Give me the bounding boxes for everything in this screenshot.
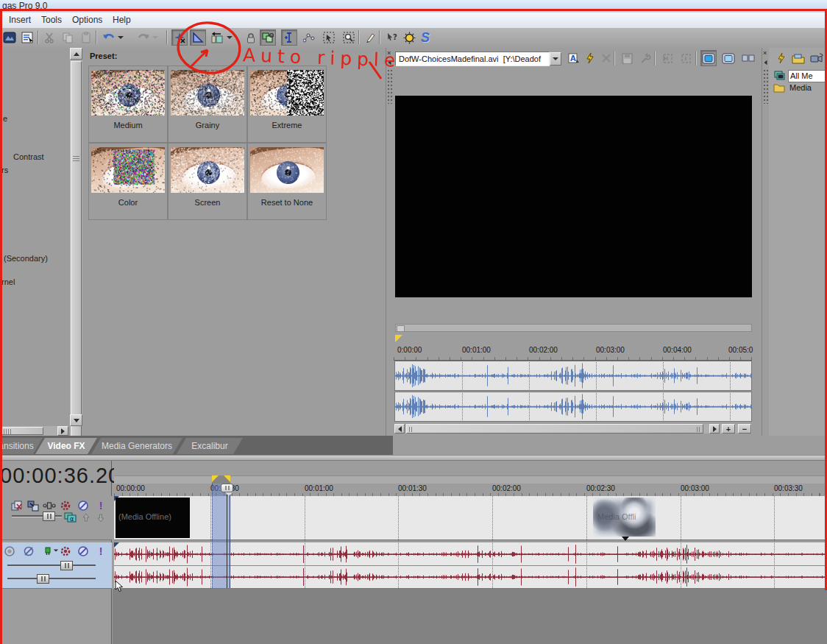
undo-button[interactable] <box>101 29 117 46</box>
external-monitor-button[interactable] <box>720 50 737 66</box>
next-frame-button[interactable] <box>678 50 694 66</box>
import-media-button[interactable] <box>790 50 806 66</box>
zoom-out-button[interactable]: − <box>738 424 751 434</box>
scroll-down-button[interactable] <box>70 414 82 426</box>
preset-medium[interactable]: Medium <box>88 66 168 143</box>
pan-slider[interactable] <box>7 578 96 580</box>
trimmer-in-marker[interactable] <box>395 335 402 342</box>
copy-button[interactable] <box>60 29 76 46</box>
automation-dropdown[interactable] <box>54 549 58 551</box>
redo-dropdown[interactable] <box>151 29 160 46</box>
hscroll-thumb[interactable] <box>1 427 43 435</box>
composite-level-handle[interactable] <box>43 512 55 521</box>
automation-settings-icon[interactable] <box>41 545 54 558</box>
mute-track-icon[interactable] <box>77 545 90 558</box>
edit-tool-button[interactable] <box>637 50 653 66</box>
sort-media-button[interactable]: A <box>565 50 581 66</box>
loop-region-bar[interactable] <box>212 475 230 484</box>
track-fx-icon[interactable] <box>59 545 72 558</box>
automation-settings-icon[interactable] <box>43 499 56 512</box>
solo-track-icon[interactable]: ! <box>94 545 107 558</box>
capture-video-button[interactable] <box>809 50 825 66</box>
project-properties-button[interactable] <box>20 29 36 46</box>
tab-media-generators[interactable]: Media Generators <box>91 438 182 454</box>
video-track-header[interactable]: ! α <box>0 496 112 540</box>
hscroll-right-button[interactable] <box>57 426 68 436</box>
fx-list-hscrollbar[interactable] <box>0 426 68 436</box>
fx-list-item[interactable]: rnel <box>1 277 15 286</box>
new-project-button[interactable] <box>1 29 18 46</box>
compositing-mode-icon[interactable]: α <box>63 511 77 524</box>
prev-frame-button[interactable] <box>659 50 675 66</box>
video-event-thumbnail[interactable]: Media Offli <box>593 498 656 537</box>
save-button[interactable] <box>619 50 635 66</box>
filmstrip-view-button[interactable] <box>740 50 756 66</box>
sony-logo-icon[interactable]: S <box>417 29 433 46</box>
trimmer-media-combobox[interactable]: DofW-ChoicesMadefinal.avi [Y:\Deadof <box>395 52 550 66</box>
timeline-timecode-display[interactable]: 00:00:36.203 <box>0 464 110 493</box>
tab-video-fx[interactable]: Video FX <box>35 438 97 454</box>
trimmer-ruler[interactable]: 0:00:00 00:01:00 00:02:00 00:03:00 00:04… <box>394 344 752 361</box>
remove-media-button[interactable] <box>598 50 614 66</box>
preset-screen[interactable]: Screen <box>168 143 247 220</box>
scroll-thumb[interactable] <box>406 424 703 434</box>
video-event-media-offline[interactable]: (Media Offline) <box>116 498 190 538</box>
trimmer-marker-bar[interactable] <box>395 324 752 332</box>
volume-slider-handle[interactable] <box>60 561 73 570</box>
preset-color[interactable]: Color <box>88 143 168 220</box>
normal-edit-tool-button[interactable] <box>281 29 297 46</box>
menu-insert[interactable]: Insert <box>6 14 34 26</box>
undo-dropdown[interactable] <box>116 29 125 46</box>
window-splitter[interactable] <box>0 455 827 461</box>
bypass-motion-blur-icon[interactable] <box>10 499 24 512</box>
interactive-tutorials-button[interactable] <box>363 29 379 46</box>
envelope-edit-tool-button[interactable] <box>301 29 317 46</box>
playhead-handle[interactable] <box>221 484 233 492</box>
media-marker[interactable] <box>622 537 629 541</box>
menu-options[interactable]: Options <box>69 14 105 26</box>
menu-tools[interactable]: Tools <box>38 14 65 26</box>
media-list-item-all-media[interactable]: All Me <box>788 70 827 82</box>
fx-list-scrollbar[interactable] <box>70 48 82 427</box>
tab-transitions[interactable]: ansitions <box>0 438 43 454</box>
menu-help[interactable]: Help <box>110 14 134 26</box>
redo-button[interactable] <box>135 29 152 46</box>
whats-this-help-button[interactable]: ? <box>383 29 400 46</box>
track-motion-icon[interactable] <box>26 499 40 512</box>
audio-track-header[interactable]: ! <box>0 542 112 589</box>
cut-button[interactable] <box>41 29 57 46</box>
fx-list-item[interactable]: e <box>3 114 7 123</box>
fx-list-item[interactable]: (Secondary) <box>4 254 48 263</box>
arm-record-icon[interactable] <box>3 545 16 558</box>
close-icon[interactable]: × <box>763 49 767 57</box>
collapse-icon[interactable] <box>764 60 767 65</box>
selection-edit-tool-button[interactable] <box>321 29 337 46</box>
preset-extreme[interactable]: Extreme <box>247 66 327 143</box>
scroll-up-button[interactable] <box>70 48 82 60</box>
media-combobox-dropdown[interactable] <box>550 52 561 66</box>
media-fx-button[interactable] <box>773 50 789 66</box>
fx-list-item[interactable]: rs <box>1 166 8 174</box>
paste-button[interactable] <box>78 29 94 46</box>
zoom-in-button[interactable]: + <box>722 424 735 434</box>
fx-list-item[interactable]: Contrast <box>13 152 44 161</box>
time-selection-overlay[interactable] <box>212 484 230 588</box>
zoom-edit-tool-button[interactable] <box>341 29 357 46</box>
tab-excalibur[interactable]: Excalibur <box>177 438 243 454</box>
preset-reset-to-none[interactable]: Reset to None <box>247 143 327 220</box>
make-compositing-child-icon[interactable] <box>94 511 107 524</box>
media-list-item-media-bins[interactable]: Media <box>788 82 827 93</box>
ignore-event-grouping-button[interactable] <box>260 29 276 46</box>
pan-slider-handle[interactable] <box>37 574 49 584</box>
trimmer-waveform-left[interactable] <box>394 361 752 391</box>
make-compositing-parent-icon[interactable] <box>79 511 93 524</box>
sun-icon-button[interactable] <box>401 29 417 46</box>
volume-slider[interactable] <box>7 565 96 567</box>
video-monitor-button[interactable] <box>700 50 717 66</box>
scroll-left-button[interactable] <box>394 424 405 434</box>
trimmer-waveform-right[interactable] <box>394 392 752 422</box>
scroll-right-button[interactable] <box>709 424 720 434</box>
timeline-empty-area[interactable] <box>113 589 827 644</box>
trimmer-hscrollbar[interactable]: + − <box>394 424 752 434</box>
invert-phase-icon[interactable] <box>22 545 35 558</box>
